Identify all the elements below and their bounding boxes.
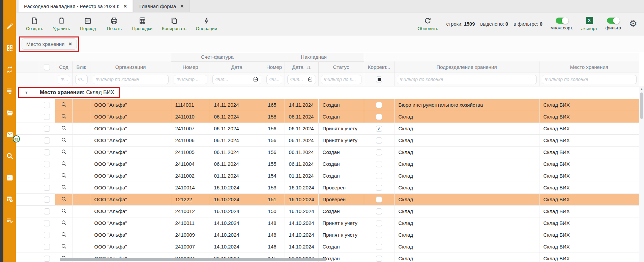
select-all-checkbox[interactable] <box>44 64 50 70</box>
table-row[interactable]: ООО "Альфа"241100606.11.202415606.11.202… <box>16 134 639 146</box>
period-button[interactable]: Период <box>80 17 96 31</box>
multisort-toggle[interactable]: множ.сорт. <box>551 18 573 30</box>
table-row[interactable]: ООО "Альфа"241001216.10.202415016.10.202… <box>16 205 639 217</box>
magnifier-icon[interactable] <box>61 160 67 167</box>
col-waybill-date[interactable]: Дата↓1 <box>285 61 318 73</box>
correction-checkbox[interactable] <box>376 208 382 214</box>
postings-button[interactable]: Проводки <box>132 17 152 31</box>
row-checkbox[interactable] <box>44 232 50 238</box>
table-row[interactable]: ООО "Альфа"241100706.11.202415606.11.202… <box>16 123 639 134</box>
col-vlz[interactable]: Влж <box>72 61 90 73</box>
calendar-icon[interactable] <box>0 167 21 188</box>
filter-input-invoice-date[interactable]: Фил... <box>212 75 261 84</box>
tab-registry-2024[interactable]: Расходная накладная - Реестр за 2024 г. … <box>19 0 133 12</box>
filter-input-storage-place[interactable]: Фильтр по колонке <box>542 75 637 84</box>
collapse-triangle-icon[interactable]: ▼ <box>25 90 28 95</box>
col-invoice-number[interactable]: Номер <box>171 61 210 73</box>
filter-checkbox-correction[interactable] <box>376 76 382 82</box>
table-row[interactable]: ООО "Альфа"241100406.11.202415506.11.202… <box>16 158 639 170</box>
table-row[interactable]: ООО "Альфа"241001416.10.202415316.10.202… <box>16 182 639 193</box>
correction-checkbox[interactable] <box>376 232 382 238</box>
correction-checkbox[interactable] <box>376 173 382 179</box>
row-checkbox[interactable] <box>44 137 50 143</box>
correction-checkbox[interactable] <box>376 196 382 203</box>
row-checkbox[interactable] <box>44 102 50 108</box>
filter-chip-place[interactable]: Место хранения ✕ <box>22 38 77 50</box>
sync-icon[interactable] <box>0 59 21 80</box>
checklist-icon[interactable] <box>0 210 21 232</box>
col-sod[interactable]: Сод <box>55 61 72 73</box>
col-status[interactable]: Статус <box>318 61 364 73</box>
magnifier-icon[interactable] <box>61 125 67 131</box>
correction-checkbox[interactable] <box>376 137 382 143</box>
export-list-icon[interactable] <box>0 80 21 102</box>
edit-pencil-icon[interactable] <box>0 16 21 37</box>
col-correction[interactable]: Коррект... <box>364 61 394 73</box>
horizontal-scrollbar-thumb[interactable] <box>60 258 326 261</box>
magnifier-icon[interactable] <box>61 196 67 202</box>
filter-input-waybill-date[interactable]: Фил... <box>287 75 316 84</box>
filter-input-storage-dept[interactable]: Фильтр по колонке <box>397 75 537 84</box>
filter-input-invoice-number[interactable]: Фильтр ... <box>174 75 207 84</box>
magnifier-icon[interactable] <box>61 243 67 250</box>
row-checkbox[interactable] <box>44 256 50 262</box>
magnifier-icon[interactable] <box>61 208 67 214</box>
vertical-scrollbar[interactable]: ▲ <box>639 86 644 262</box>
tab-close-icon[interactable]: ✕ <box>123 4 127 9</box>
row-checkbox[interactable] <box>44 161 50 167</box>
magnifier-icon[interactable] <box>61 231 67 238</box>
correction-checkbox[interactable] <box>376 114 382 120</box>
correction-checkbox[interactable] <box>376 126 382 132</box>
magnifier-icon[interactable] <box>61 219 67 226</box>
delete-button[interactable]: Удалить <box>53 17 70 31</box>
toggle-on-icon[interactable] <box>556 18 568 24</box>
filter-toggle[interactable]: фильтр <box>606 18 621 30</box>
table-row[interactable]: ООО "Альфа"241101006.11.202415806.11.202… <box>16 111 639 123</box>
col-storage-place[interactable]: Место хранения <box>539 61 639 73</box>
correction-checkbox[interactable] <box>376 185 382 191</box>
tab-main-form[interactable]: Главная форма ✕ <box>134 0 189 12</box>
table-row[interactable]: ООО "Альфа"111400114.11.202416514.11.202… <box>16 99 639 111</box>
row-checkbox[interactable] <box>44 114 50 120</box>
magnifier-icon[interactable] <box>61 149 67 155</box>
row-checkbox[interactable] <box>44 173 50 179</box>
table-row[interactable]: ООО "Альфа"241100201.11.202415401.11.202… <box>16 170 639 182</box>
folder-icon[interactable] <box>0 102 21 124</box>
export-button[interactable]: X экспорт <box>581 17 597 31</box>
row-checkbox[interactable] <box>44 126 50 132</box>
filter-input-vlz[interactable]: Ф... <box>75 75 88 84</box>
settings-gear-icon[interactable]: ⚙ <box>629 19 637 28</box>
correction-checkbox[interactable] <box>376 244 382 250</box>
refresh-button[interactable]: Обновить <box>417 17 438 31</box>
magnifier-icon[interactable] <box>61 113 67 120</box>
col-org[interactable]: Организация <box>90 61 171 73</box>
toggle-on-icon[interactable] <box>607 18 619 24</box>
row-checkbox[interactable] <box>44 244 50 250</box>
magnifier-icon[interactable] <box>61 184 67 190</box>
operations-button[interactable]: Операции <box>196 17 217 31</box>
row-checkbox[interactable] <box>44 196 50 203</box>
table-row[interactable]: ООО "Альфа"12122216.10.202415116.10.2024… <box>16 193 639 205</box>
correction-checkbox[interactable] <box>376 102 382 108</box>
chip-close-icon[interactable]: ✕ <box>68 42 72 47</box>
table-row[interactable]: ООО "Альфа"241000714.10.202414614.10.202… <box>16 241 639 253</box>
report-clock-icon[interactable] <box>0 188 21 210</box>
table-row[interactable]: ООО "Альфа"241000914.10.202414814.10.202… <box>16 229 639 241</box>
filter-input-status[interactable]: Фильтр по к... <box>321 75 361 84</box>
row-checkbox[interactable] <box>44 208 50 214</box>
create-button[interactable]: Создать <box>26 17 43 31</box>
col-waybill-number[interactable]: Номер <box>264 61 285 73</box>
scroll-up-arrow-icon[interactable]: ▲ <box>639 86 644 90</box>
magnifier-icon[interactable] <box>61 137 67 143</box>
row-checkbox[interactable] <box>44 220 50 226</box>
col-storage-dept[interactable]: Подразделение хранения <box>394 61 539 73</box>
print-button[interactable]: Печать <box>106 17 123 31</box>
qr-code-icon[interactable] <box>0 37 21 59</box>
filter-input-org[interactable]: Фильтр по колонке <box>93 75 169 84</box>
col-invoice-date[interactable]: Дата <box>210 61 264 73</box>
correction-checkbox[interactable] <box>376 220 382 226</box>
vertical-scrollbar-thumb[interactable] <box>640 93 643 119</box>
correction-checkbox[interactable] <box>376 256 382 262</box>
table-row[interactable]: ООО "Альфа"241100506.11.202415606.11.202… <box>16 146 639 158</box>
mail-icon[interactable]: 32 <box>0 124 21 145</box>
